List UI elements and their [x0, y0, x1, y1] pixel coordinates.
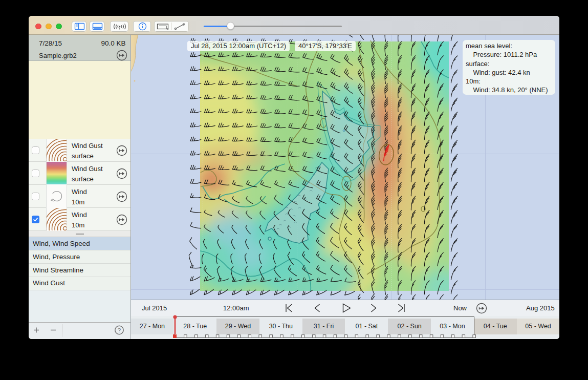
svg-text:?: ? [118, 327, 121, 333]
